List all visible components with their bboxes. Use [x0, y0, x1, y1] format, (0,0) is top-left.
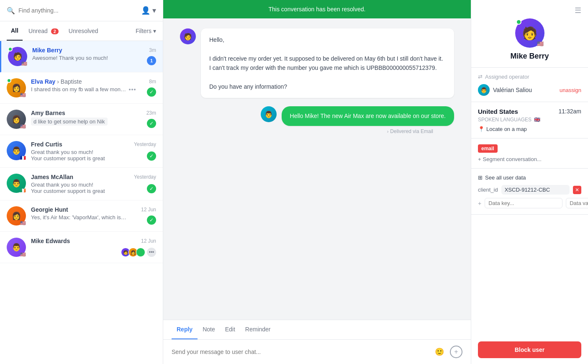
reply-tabs: Reply Note Edit Reminder	[163, 320, 471, 340]
tab-unread[interactable]: Unread 2	[24, 22, 63, 40]
conv-status: ✓	[147, 87, 156, 97]
rp-avatar-wrap: 🧑 🇺🇸	[515, 18, 544, 48]
data-row: client_id XSCD-91212-CBC ✕	[478, 185, 581, 195]
reply-area: Reply Note Edit Reminder 🙂 +	[163, 320, 471, 364]
delete-data-button[interactable]: ✕	[573, 186, 581, 194]
conv-preview: Great thank you so much!Your customer su…	[31, 149, 127, 161]
list-item[interactable]: 👩 🇺🇸 Elva Ray › Baptiste 8m I shared thi…	[0, 72, 163, 104]
flag-icon: 🇺🇸	[20, 252, 26, 257]
message-bubble: Hello, I didn't receive my order yet. It…	[201, 28, 454, 98]
data-key-input[interactable]	[485, 198, 562, 208]
data-value-input[interactable]	[566, 198, 588, 208]
check-icon: ✓	[147, 119, 156, 128]
conv-name: Mike Edwards	[31, 238, 70, 244]
tab-note[interactable]: Note	[198, 320, 220, 339]
message-avatar: 👨	[261, 106, 277, 122]
location-section: United States 11:32am SPOKEN LANGUAGES 🇬…	[471, 102, 588, 138]
conv-header: Mike Edwards 12 Jun	[31, 238, 156, 244]
conv-status: ✓	[147, 184, 156, 193]
avatar-wrap: 🧑 🇺🇸	[8, 47, 27, 66]
online-indicator	[8, 47, 13, 51]
tab-filters[interactable]: Filters ▾	[136, 28, 156, 34]
tab-all[interactable]: All	[7, 21, 23, 41]
conv-status: 1	[147, 56, 156, 65]
list-item[interactable]: 👨 🇮🇪 James McAllan Yesterday Great thank…	[0, 168, 163, 200]
add-segment-button[interactable]: + Segment conversation...	[478, 156, 581, 162]
message-bubble: Hello Mike! The new Air Max are now avai…	[282, 106, 454, 126]
plus-icon: +	[478, 156, 481, 162]
conv-status: ✓	[147, 119, 156, 128]
location-pin-icon: 📍	[478, 126, 485, 132]
conv-time: 3m	[149, 47, 156, 53]
conv-header: Fred Curtis Yesterday	[31, 141, 156, 148]
conv-header: Mike Berry 3m	[32, 47, 156, 54]
typing-indicator	[129, 89, 136, 90]
location-row: United States 11:32am	[478, 108, 581, 115]
online-indicator	[516, 19, 521, 25]
operator-row: 👨 Valérian Saliou unassign	[478, 84, 581, 96]
message-row: 🧑 Hello, I didn't receive my order yet. …	[180, 28, 454, 98]
conv-name: Mike Berry	[32, 47, 62, 54]
conv-content: Georgie Hunt 12 Jun Yes, it's Air Max: '…	[31, 206, 156, 220]
avatar-wrap: 👩 🇺🇸	[7, 78, 26, 97]
chat-main: This conversation has been resolved. 🧑 H…	[163, 0, 471, 364]
rp-header: ☰	[471, 0, 588, 15]
emoji-button[interactable]: 🙂	[433, 346, 446, 358]
reply-input[interactable]	[172, 349, 428, 355]
list-item[interactable]: 👨 🇫🇷 Fred Curtis Yesterday Great thank y…	[0, 135, 163, 168]
tab-reply[interactable]: Reply	[172, 320, 198, 339]
conversation-list: 🧑 🇺🇸 Mike Berry 3m Awesome! Thank you so…	[0, 41, 163, 364]
conv-header: Elva Ray › Baptiste 8m	[31, 78, 156, 85]
grid-icon: ⊞	[478, 174, 483, 181]
conv-name: Amy Barnes	[31, 110, 65, 116]
more-options-icon[interactable]: •••	[147, 248, 156, 257]
flag-icon: 🇺🇸	[20, 93, 26, 97]
user-name: Mike Berry	[510, 52, 549, 61]
list-item[interactable]: 👩 🇺🇸 Georgie Hunt 12 Jun Yes, it's Air M…	[0, 200, 163, 232]
conv-time: 12 Jun	[141, 238, 156, 244]
plus-icon: +	[478, 200, 481, 207]
operator-name: Valérian Saliou	[493, 87, 556, 93]
mini-avatar	[136, 248, 145, 257]
list-item[interactable]: 👩 🇺🇸 Amy Barnes 23m d like to get some h…	[0, 104, 163, 135]
conv-header: James McAllan Yesterday	[31, 174, 156, 180]
block-user-section: Block user	[471, 336, 588, 364]
list-item[interactable]: 🧑 🇺🇸 Mike Berry 3m Awesome! Thank you so…	[0, 41, 163, 72]
chat-messages: 🧑 Hello, I didn't receive my order yet. …	[163, 18, 471, 320]
block-user-button[interactable]: Block user	[478, 341, 581, 358]
flag-icon: 🇺🇸	[537, 41, 544, 47]
sidebar: 🔍 👤 ▾ All Unread 2 Unresolved Filters ▾ …	[0, 0, 163, 364]
arrow-icon: ›	[387, 129, 389, 134]
shuffle-icon: ⇄	[478, 74, 483, 80]
conv-preview: Yes, it's Air Max: 'VaporMax', which is …	[31, 214, 127, 220]
see-all-data-button[interactable]: ⊞ See all user data	[478, 174, 581, 181]
locate-on-map-button[interactable]: 📍 Locate on a map	[478, 126, 581, 132]
add-attachment-button[interactable]: +	[450, 346, 462, 358]
conv-time: Yesterday	[134, 141, 156, 147]
conv-time: Yesterday	[134, 174, 156, 180]
conv-name: James McAllan	[31, 174, 73, 180]
conv-status: 🧑 👩 •••	[121, 248, 156, 257]
flag-icon: 🇺🇸	[21, 62, 27, 66]
assigned-operator-section: ⇄ Assigned operator 👨 Valérian Saliou un…	[471, 68, 588, 102]
conv-name: Georgie Hunt	[31, 206, 68, 213]
user-icon[interactable]: 👤 ▾	[141, 6, 156, 15]
search-bar: 🔍 👤 ▾	[0, 0, 163, 21]
conv-status: ✓	[147, 215, 156, 225]
conv-time: 23m	[146, 110, 156, 116]
search-input[interactable]	[18, 7, 138, 14]
avatar-wrap: 👩 🇺🇸	[7, 110, 26, 129]
tab-reminder[interactable]: Reminder	[240, 320, 276, 339]
tab-unresolved[interactable]: Unresolved	[64, 22, 103, 40]
resolved-banner: This conversation has been resolved.	[163, 0, 471, 18]
reply-input-row: 🙂 +	[163, 340, 471, 364]
email-tag: email	[478, 144, 498, 153]
conv-time: 8m	[149, 79, 156, 85]
chevron-down-icon: ▾	[153, 28, 156, 34]
tab-edit[interactable]: Edit	[220, 320, 240, 339]
conv-content: Mike Berry 3m Awesome! Thank you so much…	[32, 47, 156, 61]
language-flag-icon: 🇬🇧	[534, 117, 540, 123]
list-item[interactable]: 👨 🇺🇸 Mike Edwards 12 Jun 🧑 👩 •••	[0, 232, 163, 263]
menu-icon[interactable]: ☰	[575, 6, 581, 15]
unassign-button[interactable]: unassign	[560, 87, 581, 93]
